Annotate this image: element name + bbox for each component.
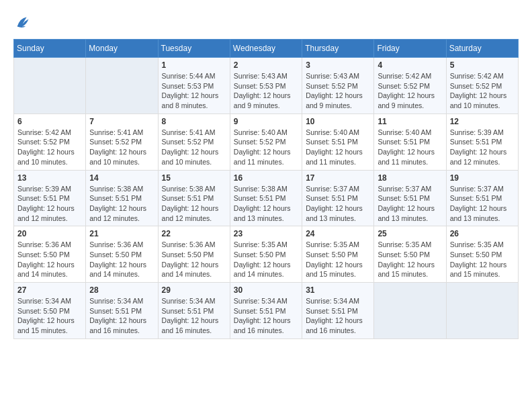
calendar-cell: 9Sunrise: 5:40 AMSunset: 5:52 PMDaylight…	[230, 113, 302, 170]
calendar-cell: 7Sunrise: 5:41 AMSunset: 5:52 PMDaylight…	[86, 113, 158, 170]
day-info: Sunrise: 5:38 AMSunset: 5:51 PMDaylight:…	[162, 184, 226, 224]
calendar-cell: 15Sunrise: 5:38 AMSunset: 5:51 PMDayligh…	[158, 170, 230, 226]
day-info: Sunrise: 5:40 AMSunset: 5:51 PMDaylight:…	[306, 128, 370, 167]
calendar-cell: 29Sunrise: 5:34 AMSunset: 5:51 PMDayligh…	[158, 283, 230, 339]
column-header-sunday: Sunday	[14, 40, 86, 58]
calendar-cell: 23Sunrise: 5:35 AMSunset: 5:50 PMDayligh…	[230, 226, 302, 283]
calendar-week-row: 13Sunrise: 5:39 AMSunset: 5:51 PMDayligh…	[14, 170, 519, 226]
calendar-cell: 20Sunrise: 5:36 AMSunset: 5:50 PMDayligh…	[14, 226, 86, 283]
day-info: Sunrise: 5:40 AMSunset: 5:51 PMDaylight:…	[378, 128, 442, 167]
day-info: Sunrise: 5:36 AMSunset: 5:50 PMDaylight:…	[89, 240, 154, 279]
day-info: Sunrise: 5:38 AMSunset: 5:51 PMDaylight:…	[89, 184, 154, 224]
day-info: Sunrise: 5:41 AMSunset: 5:52 PMDaylight:…	[162, 128, 226, 167]
calendar-week-row: 20Sunrise: 5:36 AMSunset: 5:50 PMDayligh…	[14, 226, 519, 283]
day-info: Sunrise: 5:44 AMSunset: 5:53 PMDaylight:…	[162, 71, 226, 111]
day-info: Sunrise: 5:36 AMSunset: 5:50 PMDaylight:…	[17, 240, 82, 279]
day-info: Sunrise: 5:43 AMSunset: 5:53 PMDaylight:…	[234, 71, 298, 111]
day-number: 17	[306, 173, 370, 183]
calendar-cell: 22Sunrise: 5:36 AMSunset: 5:50 PMDayligh…	[158, 226, 230, 283]
logo	[13, 13, 35, 32]
calendar-table: SundayMondayTuesdayWednesdayThursdayFrid…	[13, 39, 519, 339]
day-info: Sunrise: 5:34 AMSunset: 5:51 PMDaylight:…	[89, 296, 154, 336]
day-info: Sunrise: 5:34 AMSunset: 5:51 PMDaylight:…	[234, 296, 298, 336]
calendar-week-row: 1Sunrise: 5:44 AMSunset: 5:53 PMDaylight…	[14, 58, 519, 114]
day-number: 9	[234, 117, 298, 126]
day-info: Sunrise: 5:35 AMSunset: 5:50 PMDaylight:…	[306, 240, 370, 279]
calendar-cell	[374, 283, 446, 339]
day-number: 6	[17, 117, 82, 126]
calendar-cell	[86, 58, 158, 114]
calendar-cell: 2Sunrise: 5:43 AMSunset: 5:53 PMDaylight…	[230, 58, 302, 114]
calendar-cell: 8Sunrise: 5:41 AMSunset: 5:52 PMDaylight…	[158, 113, 230, 170]
column-header-saturday: Saturday	[446, 40, 518, 58]
calendar-cell: 5Sunrise: 5:42 AMSunset: 5:52 PMDaylight…	[446, 58, 518, 114]
day-info: Sunrise: 5:39 AMSunset: 5:51 PMDaylight:…	[17, 184, 82, 224]
day-info: Sunrise: 5:34 AMSunset: 5:50 PMDaylight:…	[17, 296, 82, 336]
column-header-tuesday: Tuesday	[158, 40, 230, 58]
calendar-cell: 14Sunrise: 5:38 AMSunset: 5:51 PMDayligh…	[86, 170, 158, 226]
day-info: Sunrise: 5:39 AMSunset: 5:51 PMDaylight:…	[450, 128, 515, 167]
calendar-cell: 25Sunrise: 5:35 AMSunset: 5:50 PMDayligh…	[374, 226, 446, 283]
day-number: 20	[17, 229, 82, 238]
calendar-week-row: 27Sunrise: 5:34 AMSunset: 5:50 PMDayligh…	[14, 283, 519, 339]
column-header-monday: Monday	[86, 40, 158, 58]
day-number: 3	[306, 60, 370, 70]
calendar-cell: 19Sunrise: 5:37 AMSunset: 5:51 PMDayligh…	[446, 170, 518, 226]
calendar-cell: 21Sunrise: 5:36 AMSunset: 5:50 PMDayligh…	[86, 226, 158, 283]
day-number: 29	[162, 285, 226, 295]
calendar-cell: 1Sunrise: 5:44 AMSunset: 5:53 PMDaylight…	[158, 58, 230, 114]
day-info: Sunrise: 5:35 AMSunset: 5:50 PMDaylight:…	[234, 240, 298, 279]
day-number: 28	[89, 285, 154, 295]
day-info: Sunrise: 5:35 AMSunset: 5:50 PMDaylight:…	[450, 240, 515, 279]
calendar-cell: 30Sunrise: 5:34 AMSunset: 5:51 PMDayligh…	[230, 283, 302, 339]
calendar-cell: 17Sunrise: 5:37 AMSunset: 5:51 PMDayligh…	[302, 170, 374, 226]
day-info: Sunrise: 5:42 AMSunset: 5:52 PMDaylight:…	[450, 71, 515, 111]
day-number: 15	[162, 173, 226, 183]
day-info: Sunrise: 5:37 AMSunset: 5:51 PMDaylight:…	[306, 184, 370, 224]
calendar-cell: 12Sunrise: 5:39 AMSunset: 5:51 PMDayligh…	[446, 113, 518, 170]
calendar-cell: 6Sunrise: 5:42 AMSunset: 5:52 PMDaylight…	[14, 113, 86, 170]
day-number: 23	[234, 229, 298, 238]
column-header-wednesday: Wednesday	[230, 40, 302, 58]
day-number: 8	[162, 117, 226, 126]
day-number: 31	[306, 285, 370, 295]
day-number: 18	[378, 173, 442, 183]
day-number: 12	[450, 117, 515, 126]
calendar-cell: 3Sunrise: 5:43 AMSunset: 5:52 PMDaylight…	[302, 58, 374, 114]
day-number: 30	[234, 285, 298, 295]
day-number: 7	[89, 117, 154, 126]
day-number: 2	[234, 60, 298, 70]
day-info: Sunrise: 5:43 AMSunset: 5:52 PMDaylight:…	[306, 71, 370, 111]
day-number: 25	[378, 229, 442, 238]
calendar-cell: 26Sunrise: 5:35 AMSunset: 5:50 PMDayligh…	[446, 226, 518, 283]
day-info: Sunrise: 5:40 AMSunset: 5:52 PMDaylight:…	[234, 128, 298, 167]
day-number: 1	[162, 60, 226, 70]
day-number: 16	[234, 173, 298, 183]
day-number: 11	[378, 117, 442, 126]
page-header	[13, 13, 519, 32]
calendar-cell: 28Sunrise: 5:34 AMSunset: 5:51 PMDayligh…	[86, 283, 158, 339]
calendar-cell: 24Sunrise: 5:35 AMSunset: 5:50 PMDayligh…	[302, 226, 374, 283]
calendar-cell: 11Sunrise: 5:40 AMSunset: 5:51 PMDayligh…	[374, 113, 446, 170]
day-number: 10	[306, 117, 370, 126]
calendar-cell: 4Sunrise: 5:42 AMSunset: 5:52 PMDaylight…	[374, 58, 446, 114]
day-number: 24	[306, 229, 370, 238]
day-info: Sunrise: 5:42 AMSunset: 5:52 PMDaylight:…	[17, 128, 82, 167]
day-info: Sunrise: 5:36 AMSunset: 5:50 PMDaylight:…	[162, 240, 226, 279]
day-number: 4	[378, 60, 442, 70]
day-number: 19	[450, 173, 515, 183]
day-info: Sunrise: 5:42 AMSunset: 5:52 PMDaylight:…	[378, 71, 442, 111]
column-header-thursday: Thursday	[302, 40, 374, 58]
day-number: 27	[17, 285, 82, 295]
calendar-cell: 18Sunrise: 5:37 AMSunset: 5:51 PMDayligh…	[374, 170, 446, 226]
logo-icon	[13, 13, 32, 32]
day-number: 14	[89, 173, 154, 183]
day-number: 26	[450, 229, 515, 238]
day-info: Sunrise: 5:41 AMSunset: 5:52 PMDaylight:…	[89, 128, 154, 167]
calendar-cell: 27Sunrise: 5:34 AMSunset: 5:50 PMDayligh…	[14, 283, 86, 339]
column-header-friday: Friday	[374, 40, 446, 58]
day-info: Sunrise: 5:35 AMSunset: 5:50 PMDaylight:…	[378, 240, 442, 279]
day-info: Sunrise: 5:38 AMSunset: 5:51 PMDaylight:…	[234, 184, 298, 224]
day-number: 5	[450, 60, 515, 70]
day-info: Sunrise: 5:37 AMSunset: 5:51 PMDaylight:…	[378, 184, 442, 224]
